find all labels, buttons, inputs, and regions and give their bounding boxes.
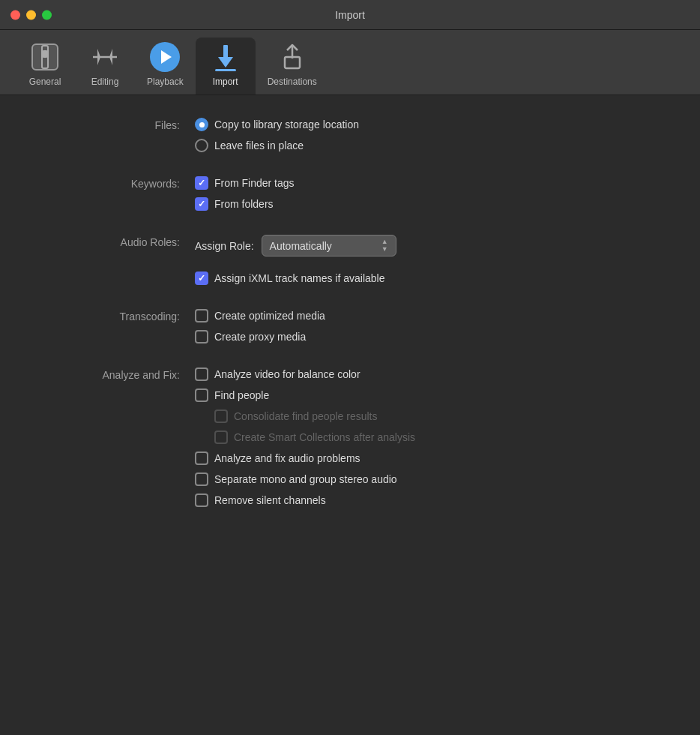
keywords-label: Keywords: [45, 176, 195, 211]
keywords-section: Keywords: ✓ From Finder tags ✓ From fold… [45, 176, 655, 211]
close-button[interactable] [10, 10, 20, 20]
finder-tags-label: From Finder tags [214, 177, 295, 189]
files-label: Files: [45, 118, 195, 152]
transcoding-controls: Create optimized media Create proxy medi… [195, 309, 325, 344]
toolbar-item-general[interactable]: General [15, 38, 75, 94]
playback-icon [150, 42, 180, 72]
radio-leave-indicator [195, 139, 208, 152]
remove-silent-label: Remove silent channels [214, 494, 326, 506]
minimize-button[interactable] [26, 10, 36, 20]
from-folders-check: ✓ [198, 200, 205, 208]
toolbar-item-destinations[interactable]: Destinations [256, 38, 329, 94]
checkbox-from-folders[interactable]: ✓ From folders [195, 197, 295, 211]
finder-tags-checkbox: ✓ [195, 176, 208, 190]
import-icon [211, 42, 241, 72]
find-people-checkbox [195, 388, 208, 402]
checkbox-analyze-video[interactable]: Analyze video for balance color [195, 368, 415, 381]
ixml-checkbox: ✓ [195, 272, 208, 285]
toolbar-item-playback[interactable]: Playback [135, 38, 196, 94]
radio-leave-label: Leave files in place [214, 140, 304, 152]
playback-label: Playback [147, 76, 184, 87]
content-area: Files: Copy to library storage location … [0, 95, 700, 554]
analyze-fix-label: Analyze and Fix: [45, 368, 195, 507]
svg-marker-5 [109, 49, 112, 65]
checkbox-ixml[interactable]: ✓ Assign iXML track names if available [195, 272, 396, 285]
radio-leave-in-place[interactable]: Leave files in place [195, 139, 359, 152]
destinations-icon [277, 42, 307, 72]
remove-silent-checkbox [195, 494, 208, 507]
checkbox-finder-tags[interactable]: ✓ From Finder tags [195, 176, 295, 190]
dropdown-arrows-icon: ▲ ▼ [381, 238, 388, 253]
assign-role-dropdown[interactable]: Automatically ▲ ▼ [262, 235, 396, 256]
files-section: Files: Copy to library storage location … [45, 118, 655, 152]
checkbox-create-smart[interactable]: Create Smart Collections after analysis [195, 430, 415, 444]
window-title: Import [335, 9, 365, 21]
checkbox-consolidate[interactable]: Consolidate find people results [195, 410, 415, 423]
audio-roles-section: Audio Roles: Assign Role: Automatically … [45, 235, 655, 285]
create-smart-label: Create Smart Collections after analysis [234, 431, 415, 443]
checkbox-find-people[interactable]: Find people [195, 388, 415, 402]
destinations-label: Destinations [268, 76, 317, 87]
analyze-video-label: Analyze video for balance color [214, 368, 360, 380]
separate-mono-label: Separate mono and group stereo audio [214, 473, 397, 485]
svg-marker-4 [97, 49, 100, 65]
toolbar: General Editing Playback [0, 30, 700, 95]
proxy-media-label: Create proxy media [214, 331, 306, 343]
audio-roles-label: Audio Roles: [45, 235, 195, 285]
checkbox-separate-mono[interactable]: Separate mono and group stereo audio [195, 472, 415, 486]
from-folders-label: From folders [214, 198, 274, 210]
dropdown-value: Automatically [270, 240, 332, 252]
consolidate-checkbox [214, 410, 228, 423]
audio-roles-controls: Assign Role: Automatically ▲ ▼ ✓ Assign … [195, 235, 396, 285]
general-label: General [29, 76, 61, 87]
import-label: Import [213, 76, 238, 87]
analyze-audio-checkbox [195, 452, 208, 465]
general-icon [30, 42, 60, 72]
create-smart-checkbox [214, 430, 228, 444]
proxy-media-checkbox [195, 330, 208, 344]
toolbar-item-import[interactable]: Import [196, 38, 256, 94]
find-people-label: Find people [214, 389, 269, 401]
optimized-media-label: Create optimized media [214, 310, 325, 322]
consolidate-label: Consolidate find people results [234, 410, 377, 422]
radio-copy-dot [199, 122, 205, 128]
maximize-button[interactable] [42, 10, 52, 20]
assign-role-row: Assign Role: Automatically ▲ ▼ [195, 235, 396, 256]
checkbox-optimized-media[interactable]: Create optimized media [195, 309, 325, 322]
radio-copy-indicator [195, 118, 208, 131]
toolbar-item-editing[interactable]: Editing [75, 38, 135, 94]
editing-icon [90, 42, 120, 72]
finder-tags-check: ✓ [198, 178, 205, 188]
files-controls: Copy to library storage location Leave f… [195, 118, 359, 152]
analyze-fix-controls: Analyze video for balance color Find peo… [195, 368, 415, 507]
transcoding-label: Transcoding: [45, 309, 195, 344]
ixml-label: Assign iXML track names if available [214, 272, 384, 284]
svg-rect-2 [43, 50, 47, 58]
editing-label: Editing [91, 76, 119, 87]
optimized-media-checkbox [195, 309, 208, 322]
separate-mono-checkbox [195, 472, 208, 486]
svg-marker-7 [218, 57, 233, 68]
assign-role-text: Assign Role: [195, 240, 254, 252]
title-bar: Import [0, 0, 700, 30]
checkbox-proxy-media[interactable]: Create proxy media [195, 330, 325, 344]
radio-copy-label: Copy to library storage location [214, 118, 359, 130]
analyze-video-checkbox [195, 368, 208, 381]
ixml-check: ✓ [198, 274, 205, 283]
transcoding-section: Transcoding: Create optimized media Crea… [45, 309, 655, 344]
svg-rect-9 [285, 57, 300, 68]
svg-rect-8 [215, 69, 236, 71]
traffic-lights [10, 10, 52, 20]
checkbox-analyze-audio[interactable]: Analyze and fix audio problems [195, 452, 415, 465]
keywords-controls: ✓ From Finder tags ✓ From folders [195, 176, 295, 211]
analyze-audio-label: Analyze and fix audio problems [214, 452, 360, 464]
analyze-fix-section: Analyze and Fix: Analyze video for balan… [45, 368, 655, 507]
radio-copy-to-library[interactable]: Copy to library storage location [195, 118, 359, 131]
checkbox-remove-silent[interactable]: Remove silent channels [195, 494, 415, 507]
from-folders-checkbox: ✓ [195, 197, 208, 211]
